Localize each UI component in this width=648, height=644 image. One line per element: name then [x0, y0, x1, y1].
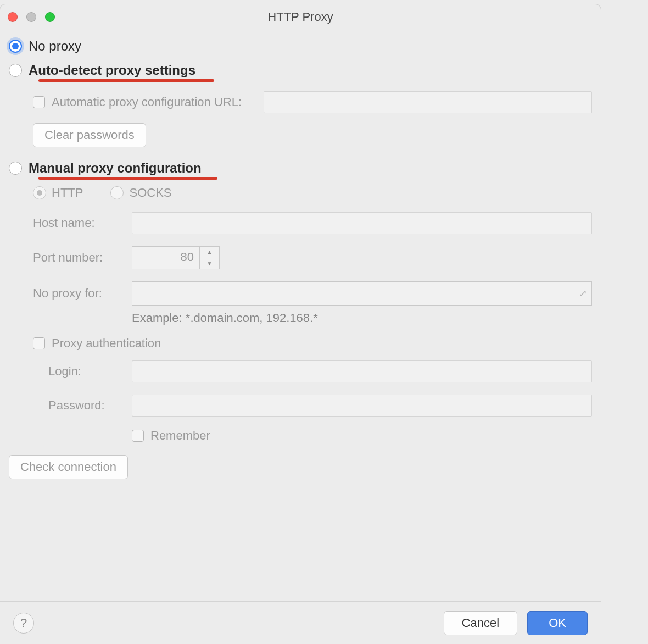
annotation-underline: [38, 177, 217, 180]
port-number-label: Port number:: [33, 251, 132, 265]
remember-checkbox[interactable]: [132, 430, 144, 442]
host-name-label: Host name:: [33, 216, 132, 230]
auto-detect-label: Auto-detect proxy settings: [29, 63, 195, 78]
auto-detect-option[interactable]: Auto-detect proxy settings: [9, 63, 592, 78]
host-name-row: Host name:: [33, 212, 592, 234]
dialog-title: HTTP Proxy: [267, 10, 333, 24]
proxy-auth-label: Proxy authentication: [52, 336, 161, 351]
manual-proxy-section: HTTP SOCKS Host name: Port number: 80 ▲ …: [33, 186, 592, 443]
check-connection-button[interactable]: Check connection: [9, 455, 128, 479]
minimize-window-button[interactable]: [26, 12, 36, 22]
no-proxy-for-input[interactable]: ⤢: [132, 281, 592, 306]
login-label: Login:: [48, 364, 132, 379]
socks-type-option[interactable]: SOCKS: [110, 186, 171, 200]
auto-detect-radio[interactable]: [9, 64, 22, 77]
port-number-value: 80: [132, 247, 199, 269]
http-type-radio[interactable]: [33, 186, 46, 199]
port-increment-button[interactable]: ▲: [200, 247, 219, 258]
auto-detect-section: Automatic proxy configuration URL: Clear…: [33, 91, 592, 160]
remember-label: Remember: [150, 429, 210, 443]
maximize-window-button[interactable]: [45, 12, 55, 22]
socks-type-radio[interactable]: [110, 186, 124, 199]
host-name-input[interactable]: [132, 212, 592, 234]
no-proxy-for-label: No proxy for:: [33, 286, 132, 301]
auto-config-url-checkbox[interactable]: [33, 96, 45, 108]
no-proxy-option[interactable]: No proxy: [9, 38, 592, 54]
manual-proxy-option[interactable]: Manual proxy configuration: [9, 160, 592, 176]
password-row: Password:: [48, 395, 592, 417]
help-button[interactable]: ?: [13, 613, 34, 634]
close-window-button[interactable]: [8, 12, 18, 22]
socks-type-label: SOCKS: [129, 186, 171, 200]
http-type-option[interactable]: HTTP: [33, 186, 83, 200]
login-input[interactable]: [132, 360, 592, 382]
cancel-button[interactable]: Cancel: [444, 611, 517, 635]
expand-icon[interactable]: ⤢: [579, 287, 587, 299]
manual-proxy-radio[interactable]: [9, 162, 22, 175]
proxy-auth-checkbox[interactable]: [33, 337, 45, 349]
titlebar: HTTP Proxy: [0, 4, 601, 30]
no-proxy-example-text: Example: *.domain.com, 192.168.*: [132, 311, 592, 325]
port-number-row: Port number: 80 ▲ ▼: [33, 246, 592, 269]
password-input[interactable]: [132, 395, 592, 417]
dialog-content: No proxy Auto-detect proxy settings Auto…: [0, 30, 601, 601]
port-decrement-button[interactable]: ▼: [200, 258, 219, 269]
password-label: Password:: [48, 398, 132, 413]
spinner-buttons: ▲ ▼: [199, 247, 219, 269]
no-proxy-label: No proxy: [29, 38, 81, 54]
ok-button[interactable]: OK: [527, 611, 588, 635]
auto-config-url-row: Automatic proxy configuration URL:: [33, 91, 592, 113]
auto-config-url-input[interactable]: [264, 91, 592, 113]
help-icon: ?: [20, 616, 27, 630]
login-row: Login:: [48, 360, 592, 382]
dialog-footer: ? Cancel OK: [0, 601, 601, 644]
window-controls: [8, 12, 55, 22]
manual-proxy-label: Manual proxy configuration: [29, 160, 202, 176]
proxy-type-group: HTTP SOCKS: [33, 186, 592, 200]
http-proxy-dialog: HTTP Proxy No proxy Auto-detect proxy se…: [0, 4, 601, 644]
annotation-underline: [38, 79, 214, 82]
port-number-spinner[interactable]: 80 ▲ ▼: [132, 246, 220, 269]
auto-config-url-label: Automatic proxy configuration URL:: [52, 95, 242, 109]
proxy-auth-row: Proxy authentication: [33, 336, 592, 351]
no-proxy-radio[interactable]: [9, 40, 22, 53]
remember-row: Remember: [132, 429, 592, 443]
no-proxy-for-row: No proxy for: ⤢: [33, 281, 592, 306]
http-type-label: HTTP: [52, 186, 83, 200]
clear-passwords-button[interactable]: Clear passwords: [33, 123, 146, 147]
